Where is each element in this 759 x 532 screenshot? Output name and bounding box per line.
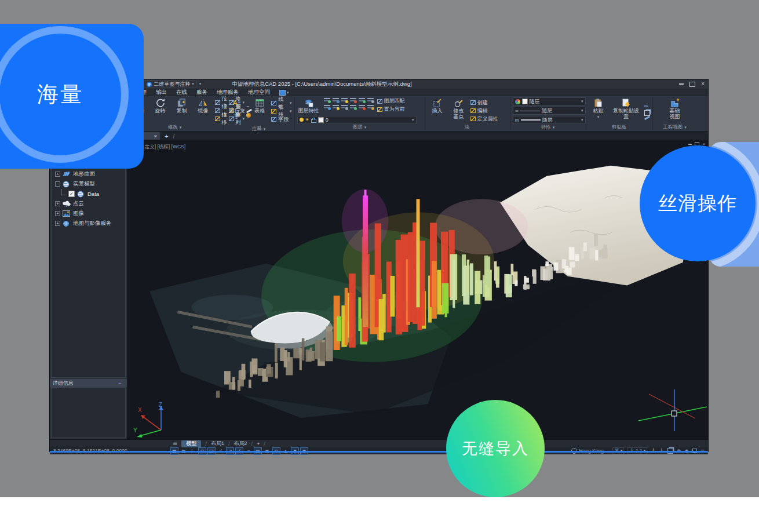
base-view-button[interactable]: 基础 视图 — [665, 97, 685, 124]
block-edit-button[interactable]: 编辑 — [470, 107, 498, 115]
tab-output[interactable]: 输出 — [156, 89, 167, 96]
make-current-button[interactable]: 置为当前 — [377, 105, 405, 113]
expand-icon[interactable]: + — [55, 221, 60, 226]
layer-unlock-icon[interactable] — [333, 104, 339, 110]
linetype-combo[interactable]: ≡ 随层 ▾ — [513, 107, 586, 115]
tab-layout2[interactable]: 布局2 — [233, 440, 247, 447]
annotation-visibility-icon[interactable]: 人 — [651, 447, 656, 454]
layer-off-icon[interactable] — [350, 97, 356, 103]
match-properties-icon[interactable] — [644, 115, 649, 120]
rotate-button[interactable]: 旋转 — [151, 97, 170, 124]
tab-layout1[interactable]: 布局1 — [211, 440, 224, 447]
expand-icon[interactable]: + — [55, 211, 60, 216]
checkbox-checked-icon[interactable]: ✓ — [68, 191, 75, 197]
panel-caption-properties[interactable]: 特性▾ — [510, 124, 586, 131]
tree-item-terrain[interactable]: + 地形曲面 — [52, 169, 125, 179]
panel-caption-clipboard[interactable]: 剪贴板 — [586, 124, 652, 131]
layer-freeze-icon[interactable] — [333, 97, 339, 103]
panel-caption-layer[interactable]: 图层▾ — [295, 124, 425, 131]
selection-cycling-icon[interactable]: ◇ — [272, 447, 280, 455]
isolate-objects-icon[interactable]: ◉ — [684, 448, 688, 454]
panel-caption-views[interactable]: 工程视图▾ — [653, 124, 697, 131]
tree-item-map-service[interactable]: + 地图与影像服务 — [52, 218, 125, 228]
crs-selector[interactable]: Hong Kong ... — [571, 448, 609, 454]
snap-icon[interactable]: ▦ — [180, 447, 188, 455]
tab-geo-space[interactable]: 地理空间 — [248, 89, 270, 96]
layer-match-button[interactable]: 图层匹配 — [377, 97, 405, 105]
tab-online[interactable]: 在线 — [176, 89, 187, 96]
tree-item-data[interactable]: ✓ Data — [52, 189, 125, 199]
field-button[interactable]: 字段 — [271, 116, 291, 123]
panel-caption-block[interactable]: 块 — [425, 124, 510, 131]
dynamic-ucs-icon[interactable]: ⊿ — [226, 447, 234, 455]
paste-settings-button[interactable]: 复制粘贴设置 — [610, 97, 643, 124]
ortho-icon[interactable]: ∟ — [189, 447, 197, 455]
otrack-icon[interactable]: ∠ — [217, 447, 225, 455]
transparency-icon[interactable]: ▤ — [254, 447, 262, 455]
expand-icon[interactable]: + — [55, 172, 60, 177]
copy-clip-icon[interactable] — [644, 110, 650, 116]
insert-block-button[interactable]: 插入 — [428, 97, 447, 124]
quick-properties-icon[interactable]: ▣ — [263, 447, 271, 455]
grid-icon[interactable]: ▦ — [170, 447, 178, 455]
osnap-icon[interactable]: □ — [207, 447, 216, 455]
table-button[interactable]: 表格 — [250, 97, 269, 126]
ribbon-toggle[interactable]: ▾ — [279, 90, 289, 96]
copy-button[interactable]: 复制 — [172, 97, 192, 124]
tree-item-point-cloud[interactable]: + 点云 — [52, 199, 125, 209]
annotation-icon[interactable]: ▲ — [282, 447, 290, 455]
auto-scale-icon[interactable]: 人 — [659, 447, 665, 454]
dynamic-input-icon[interactable]: ∠ — [235, 447, 243, 455]
tab-services[interactable]: 服务 — [196, 89, 207, 96]
drawing-viewport[interactable]: [-] [自定义] [线框] [WCS] × — [127, 140, 708, 439]
layer-isolate-icon[interactable] — [359, 97, 365, 103]
workspace-combo[interactable]: 二维草图与注释 ▾ — [144, 80, 197, 88]
layer-walk-icon[interactable] — [367, 104, 374, 110]
layer-delete-icon[interactable] — [359, 104, 365, 110]
workspace-icon[interactable]: ◆ — [291, 447, 299, 455]
cut-icon[interactable]: ✂ — [644, 103, 650, 109]
mirror-button[interactable]: 镜像 — [194, 97, 213, 124]
isolate-icon[interactable]: ◉ — [300, 447, 308, 455]
block-create-button[interactable]: 创建 — [470, 99, 498, 107]
layout-menu-icon[interactable]: ≡ — [173, 440, 177, 447]
layer-lock-icon[interactable] — [341, 97, 348, 103]
leader-button[interactable]: 引线▾ — [271, 108, 291, 115]
polar-icon[interactable]: ⊙ — [198, 447, 206, 455]
tree-item-reality-model[interactable]: − 实景模型 — [52, 179, 125, 189]
edit-base-point-button[interactable]: 修改 基点 — [449, 97, 469, 124]
layer-restore-icon[interactable] — [350, 104, 356, 110]
toolbar-collapse-icon[interactable]: ▾ — [199, 82, 202, 86]
close-icon[interactable]: × — [701, 81, 705, 87]
add-layout-button[interactable]: + — [257, 441, 260, 447]
layer-properties-button[interactable]: 图层特性 — [297, 97, 320, 115]
lineweight-combo[interactable]: ▤ 随层 ▾ — [513, 116, 586, 124]
tab-close-icon[interactable]: × — [154, 133, 157, 139]
annotation-scale-selector[interactable]: 人 1:1 ▾ — [627, 447, 647, 454]
minimize-icon[interactable] — [679, 83, 684, 85]
mtext-button[interactable]: A 多行文字 ▾ — [226, 97, 249, 126]
layer-merge-icon[interactable] — [341, 104, 348, 110]
layer-unisolate-icon[interactable] — [367, 97, 374, 103]
define-attributes-button[interactable]: 定义属性 — [470, 115, 498, 123]
collapse-icon[interactable]: − — [55, 181, 60, 187]
color-combo[interactable]: 随层 ▾ — [513, 97, 586, 105]
switch-window-icon[interactable] — [667, 448, 673, 454]
block-edit-icon — [470, 108, 476, 113]
layer-combo[interactable]: ☀ 0 ▾ — [297, 116, 417, 124]
collapse-panel-icon[interactable]: − — [118, 380, 124, 386]
layer-on-icon[interactable] — [324, 97, 330, 103]
paste-button[interactable]: 粘贴 ▾ — [589, 97, 608, 124]
drawing-minimize-icon[interactable] — [688, 144, 692, 145]
tab-model[interactable]: 模型 — [181, 440, 201, 447]
new-tab-button[interactable]: + — [165, 133, 168, 140]
unit-selector[interactable]: 米 ▾ — [612, 447, 624, 454]
lineweight-icon[interactable]: ≡ — [245, 447, 253, 455]
clean-screen-icon[interactable] — [692, 449, 697, 453]
settings-gear-icon[interactable]: ❋ — [677, 448, 681, 454]
maximize-icon[interactable] — [689, 82, 695, 87]
expand-icon[interactable]: + — [55, 201, 60, 206]
tree-item-image[interactable]: + 图像 — [52, 209, 125, 218]
customization-menu-icon[interactable]: ≡ — [700, 448, 705, 454]
layer-thaw-icon[interactable] — [324, 104, 330, 110]
